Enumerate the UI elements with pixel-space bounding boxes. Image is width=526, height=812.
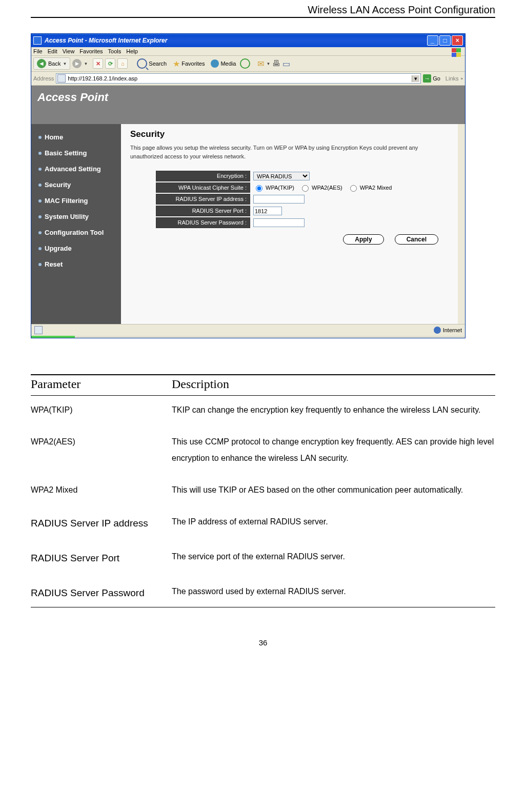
go-button[interactable]: → Go: [423, 74, 440, 83]
param-desc: TKIP can change the encryption key frequ…: [172, 396, 495, 428]
search-label: Search: [149, 60, 167, 67]
back-dropdown-icon[interactable]: ▼: [63, 62, 67, 66]
radius-ip-input[interactable]: [253, 195, 305, 204]
search-icon: [137, 58, 147, 69]
cipher-mixed-radio[interactable]: [350, 185, 357, 192]
sidebar-item-system[interactable]: System Utility: [31, 209, 121, 225]
page-number: 36: [31, 638, 495, 647]
cipher-mixed-option[interactable]: WPA2 Mixed: [348, 184, 392, 192]
sidebar-item-home[interactable]: Home: [31, 129, 121, 145]
mail-dropdown-icon[interactable]: ▼: [266, 62, 270, 66]
address-dropdown-icon[interactable]: ▾: [412, 75, 419, 82]
encryption-select[interactable]: WPA RADIUS: [253, 172, 310, 180]
address-input[interactable]: http://192.168.2.1/index.asp ▾: [56, 73, 421, 84]
refresh-button[interactable]: ⟳: [105, 58, 115, 69]
param-name: WPA(TKIP): [31, 396, 172, 428]
minimize-button[interactable]: _: [427, 35, 438, 46]
address-label: Address: [33, 75, 54, 82]
address-bar: Address http://192.168.2.1/index.asp ▾ →…: [31, 72, 465, 86]
menu-favorites[interactable]: Favorites: [79, 48, 103, 54]
sidebar: Home Basic Setting Advanced Setting Secu…: [31, 124, 121, 324]
home-button[interactable]: ⌂: [117, 58, 128, 69]
menu-bar: File Edit View Favorites Tools Help: [31, 47, 465, 56]
edit-button[interactable]: ▭: [282, 59, 290, 69]
security-form: Encryption : WPA RADIUS WPA Unicast Ciph…: [156, 171, 449, 228]
bullet-icon: [38, 168, 42, 171]
internet-zone-icon: [434, 327, 441, 334]
page-icon: [57, 74, 66, 83]
nav-label: Basic Setting: [45, 149, 87, 157]
search-button[interactable]: Search: [135, 57, 169, 70]
menu-view[interactable]: View: [63, 48, 75, 54]
main-content: Security This page allows you setup the …: [121, 124, 458, 324]
media-button[interactable]: Media: [209, 58, 238, 69]
menu-edit[interactable]: Edit: [48, 48, 57, 54]
th-parameter: Parameter: [31, 375, 172, 396]
nav-label: Reset: [45, 260, 63, 268]
sidebar-item-security[interactable]: Security: [31, 177, 121, 193]
cipher-aes-radio[interactable]: [302, 185, 309, 192]
nav-label: MAC Filtering: [45, 197, 88, 205]
close-button[interactable]: ×: [452, 35, 463, 46]
ie-icon: [33, 36, 42, 45]
links-chevron-icon[interactable]: »: [461, 76, 463, 81]
radius-port-input[interactable]: [253, 207, 282, 215]
cipher-tkip-radio[interactable]: [256, 185, 262, 192]
table-row: WPA2(AES) This use CCMP protocol to chan…: [31, 428, 495, 476]
sidebar-item-advanced[interactable]: Advanced Setting: [31, 161, 121, 177]
sidebar-item-upgrade[interactable]: Upgrade: [31, 240, 121, 256]
table-row: WPA2 Mixed This will use TKIP or AES bas…: [31, 476, 495, 508]
favorites-label: Favorites: [181, 60, 205, 67]
apply-button[interactable]: Apply: [343, 234, 383, 245]
param-desc: This use CCMP protocol to change encrypt…: [172, 428, 495, 476]
sidebar-item-mac[interactable]: MAC Filtering: [31, 193, 121, 209]
cipher-tkip-option[interactable]: WPA(TKIP): [253, 184, 294, 192]
maximize-button[interactable]: □: [439, 35, 451, 46]
nav-label: System Utility: [45, 213, 89, 220]
cipher-mixed-label: WPA2 Mixed: [360, 185, 392, 191]
stop-button[interactable]: ✕: [93, 58, 103, 69]
param-desc: The service port of the external RADIUS …: [172, 542, 495, 577]
mail-button[interactable]: ✉: [257, 59, 264, 69]
sidebar-item-basic[interactable]: Basic Setting: [31, 145, 121, 161]
forward-button[interactable]: ►: [72, 59, 82, 68]
print-button[interactable]: 🖶: [272, 59, 280, 68]
back-arrow-icon: ◄: [37, 59, 46, 68]
status-zone: Internet: [443, 327, 462, 333]
radius-pw-input[interactable]: [253, 218, 305, 227]
progress-bar: [31, 336, 465, 338]
param-desc: This will use TKIP or AES based on the o…: [172, 476, 495, 508]
menu-tools[interactable]: Tools: [108, 48, 122, 54]
param-name: RADIUS Server Password: [31, 577, 172, 607]
window-title: Access Point - Microsoft Internet Explor…: [45, 37, 167, 44]
windows-flag-icon: [452, 48, 463, 57]
sidebar-item-config[interactable]: Configuration Tool: [31, 225, 121, 240]
media-label: Media: [220, 60, 236, 67]
sidebar-item-reset[interactable]: Reset: [31, 256, 121, 272]
menu-file[interactable]: File: [33, 48, 43, 54]
section-description: This page allows you setup the wireless …: [130, 144, 449, 160]
refresh-icon: ⟳: [108, 60, 113, 67]
bullet-icon: [38, 136, 42, 139]
parameter-section: Parameter Description WPA(TKIP) TKIP can…: [31, 374, 495, 607]
go-arrow-icon: →: [423, 74, 431, 83]
param-name: WPA2 Mixed: [31, 476, 172, 508]
param-name: RADIUS Server IP address: [31, 508, 172, 542]
links-label[interactable]: Links: [446, 75, 459, 82]
stop-icon: ✕: [96, 60, 100, 67]
table-row: RADIUS Server IP address The IP address …: [31, 508, 495, 542]
bullet-icon: [38, 152, 42, 155]
th-description: Description: [172, 375, 495, 396]
toolbar: ◄ Back ▼ ► ▼ ✕ ⟳ ⌂ Search ★ Favorites Me…: [31, 56, 465, 72]
cipher-aes-option[interactable]: WPA2(AES): [299, 184, 342, 192]
favorites-button[interactable]: ★ Favorites: [171, 58, 207, 70]
history-button[interactable]: [240, 58, 250, 69]
nav-label: Upgrade: [45, 245, 72, 252]
menu-help[interactable]: Help: [126, 48, 138, 54]
back-button[interactable]: ◄ Back ▼: [33, 57, 70, 70]
cancel-button[interactable]: Cancel: [395, 234, 438, 245]
go-label: Go: [433, 75, 440, 82]
encryption-label: Encryption :: [156, 171, 250, 181]
forward-dropdown-icon[interactable]: ▼: [84, 62, 88, 66]
cipher-tkip-label: WPA(TKIP): [266, 185, 294, 191]
